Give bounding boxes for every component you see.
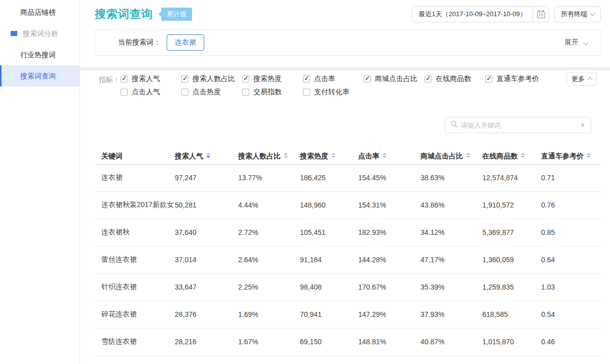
- value-cell: 182.93%: [358, 219, 421, 246]
- terminal-selector-dropdown[interactable]: 所有终端: [554, 6, 601, 22]
- content-area: 指标： 搜索人气 搜索人数占比 搜索热度 点击率 商城点击占比 在线商品数 直通…: [80, 70, 610, 364]
- value-cell: 1.67%: [238, 328, 300, 355]
- sort-icon[interactable]: [383, 153, 387, 158]
- value-cell: 12,574,874: [482, 164, 541, 191]
- keyword-link[interactable]: 蕾丝连衣裙: [95, 246, 175, 273]
- checkbox-unchecked-icon: [242, 89, 249, 96]
- checkbox-click-popularity[interactable]: 点击人气: [121, 88, 181, 97]
- checkbox-online-products[interactable]: 在线商品数: [425, 74, 485, 84]
- sidebar-item-search-word-query[interactable]: 搜索词查询: [0, 65, 80, 87]
- value-cell: 37,640: [175, 219, 238, 246]
- value-cell: 1.69%: [238, 301, 300, 328]
- page: 商品店铺榜 搜索词分析 行业热搜词 搜索词查询 搜索词查询 累计值 最近1天（2…: [0, 0, 610, 364]
- value-cell: 4.44%: [238, 191, 300, 219]
- sidebar-item-label: 搜索词查询: [20, 72, 56, 80]
- sidebar-item-search-word-analysis[interactable]: 搜索词分析: [0, 23, 80, 44]
- col-header-search-user-ratio[interactable]: 搜索人数占比: [238, 149, 300, 164]
- expand-label: 展开: [564, 38, 579, 46]
- checkbox-checked-icon: [364, 75, 371, 83]
- keyword-link[interactable]: 连衣裙秋装2017新款女: [95, 191, 175, 219]
- indicators-row-2: 点击人气 点击热度 交易指数 支付转化率: [121, 88, 364, 97]
- current-search-term-button[interactable]: 连衣裙: [167, 34, 204, 51]
- value-cell: 0.76: [541, 191, 601, 219]
- checkbox-checked-icon: [181, 75, 188, 83]
- table-row: 针织连衣裙 33,647 2.25% 98,408 170.67% 35.39%…: [95, 273, 601, 301]
- keyword-search-input[interactable]: [461, 122, 580, 129]
- checkbox-click-heat[interactable]: 点击热度: [181, 88, 242, 97]
- value-cell: 43.86%: [421, 191, 482, 219]
- value-cell: 50,281: [175, 191, 238, 219]
- calendar-button[interactable]: 15: [532, 7, 549, 22]
- col-header-search-popularity[interactable]: 搜索人气: [175, 149, 238, 164]
- checkbox-transaction-index[interactable]: 交易指数: [242, 88, 303, 97]
- sort-icon-active-desc[interactable]: [206, 153, 210, 158]
- terminal-selector-value: 所有终端: [561, 10, 587, 19]
- checkbox-checked-icon: [425, 75, 432, 83]
- value-cell: 2.72%: [238, 219, 300, 246]
- value-cell: 0.64: [541, 246, 601, 273]
- value-cell: 5,369,877: [482, 219, 541, 246]
- value-cell: 148.81%: [358, 328, 421, 355]
- date-range-text: 最近1天（2017-10-09~2017-10-09）: [412, 7, 532, 22]
- more-button[interactable]: 更多: [566, 72, 597, 86]
- keyword-link[interactable]: 雪纺连衣裙: [95, 328, 175, 355]
- page-title: 搜索词查询: [95, 7, 153, 22]
- top-right-controls: 最近1天（2017-10-09~2017-10-09） 15 所有终端: [412, 6, 601, 22]
- sort-icon[interactable]: [466, 153, 470, 158]
- table-row: 碎花连衣裙 28,376 1.69% 70,941 147.29% 37.93%…: [95, 301, 601, 328]
- value-cell: 0.46: [541, 328, 601, 355]
- value-cell: 170.67%: [358, 273, 421, 301]
- sort-icon[interactable]: [587, 153, 591, 158]
- col-header-online-products[interactable]: 在线商品数: [482, 149, 541, 164]
- expand-toggle[interactable]: 展开: [564, 38, 588, 47]
- table-row: 连衣裙 97,247 13.77% 186,425 154.45% 38.63%…: [95, 164, 601, 191]
- value-cell: 47.17%: [421, 246, 482, 273]
- sort-icon[interactable]: [284, 153, 288, 158]
- checkbox-payment-conversion[interactable]: 支付转化率: [303, 88, 364, 97]
- checkbox-click-rate[interactable]: 点击率: [303, 74, 364, 84]
- sidebar-item-industry-hot-words[interactable]: 行业热搜词: [0, 44, 80, 65]
- table-row: 雪纺连衣裙 28,216 1.67% 69,150 148.81% 40.87%…: [95, 328, 601, 355]
- col-header-mall-click-ratio[interactable]: 商城点击占比: [421, 149, 482, 164]
- cumulative-value-badge: 累计值: [161, 8, 192, 21]
- checkbox-unchecked-icon: [121, 89, 128, 96]
- value-cell: 33,647: [175, 273, 238, 301]
- value-cell: 13.77%: [238, 164, 300, 191]
- chevron-down-icon: [584, 41, 589, 46]
- sort-icon[interactable]: [331, 153, 335, 158]
- checkbox-ztc-reference-price[interactable]: 直通车参考价: [485, 74, 546, 84]
- keyword-link[interactable]: 针织连衣裙: [95, 273, 175, 301]
- value-cell: 37.93%: [421, 301, 482, 328]
- value-cell: 2.64%: [238, 246, 300, 273]
- chevron-down-icon: [590, 11, 595, 16]
- sidebar-item-goods-shop-rank[interactable]: 商品店铺榜: [0, 2, 80, 23]
- checkbox-search-user-ratio[interactable]: 搜索人数占比: [181, 74, 242, 84]
- table-row: 连衣裙秋装2017新款女 50,281 4.44% 148,960 154.31…: [95, 191, 601, 219]
- date-range-picker[interactable]: 最近1天（2017-10-09~2017-10-09） 15: [412, 6, 549, 22]
- sort-icon[interactable]: [521, 153, 525, 158]
- col-header-ztc-price[interactable]: 直通车参考价: [541, 149, 601, 164]
- value-cell: 1,259,835: [482, 273, 541, 301]
- keyword-link[interactable]: 碎花连衣裙: [95, 301, 175, 328]
- value-cell: 70,941: [300, 301, 358, 328]
- value-cell: 97,247: [175, 164, 238, 191]
- value-cell: 69,150: [300, 328, 358, 355]
- value-cell: 147.29%: [358, 301, 421, 328]
- sidebar-item-label: 搜索词分析: [23, 29, 58, 37]
- keyword-search-box: ×: [445, 117, 591, 133]
- checkbox-search-popularity[interactable]: 搜索人气: [121, 74, 181, 84]
- clear-input-icon[interactable]: ×: [580, 121, 586, 129]
- value-cell: 34.12%: [421, 219, 482, 246]
- checkbox-checked-icon: [121, 75, 128, 83]
- value-cell: 1,015,870: [482, 328, 541, 355]
- chevron-up-icon: [588, 77, 593, 82]
- current-search-panel: 当前搜索词： 连衣裙 展开: [95, 29, 601, 56]
- value-cell: 38.63%: [421, 164, 482, 191]
- checkbox-search-heat[interactable]: 搜索热度: [242, 74, 303, 84]
- keyword-link[interactable]: 连衣裙秋: [95, 219, 175, 246]
- col-header-click-rate[interactable]: 点击率: [358, 149, 421, 164]
- checkbox-mall-click-ratio[interactable]: 商城点击占比: [364, 74, 425, 84]
- more-label: 更多: [571, 74, 585, 84]
- col-header-search-heat[interactable]: 搜索热度: [300, 149, 358, 164]
- value-cell: 144.28%: [358, 246, 421, 273]
